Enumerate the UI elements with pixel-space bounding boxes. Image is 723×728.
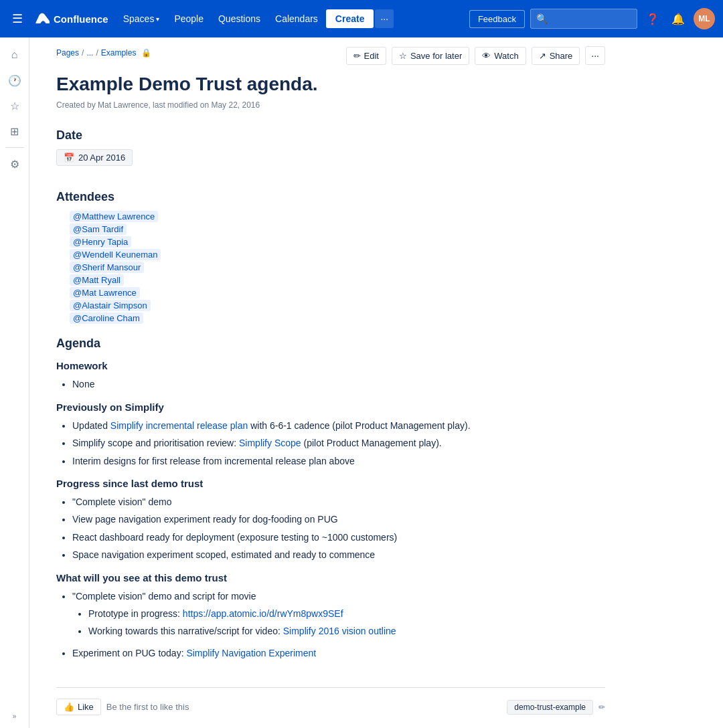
breadcrumb-ellipsis[interactable]: ... <box>86 48 93 58</box>
attendee-matt-ryall[interactable]: @Matt Ryall <box>70 274 124 286</box>
tag-label: demo-trust-example <box>507 700 593 715</box>
confluence-logo[interactable]: Confluence <box>29 11 114 26</box>
home-icon[interactable]: ⌂ <box>3 43 27 67</box>
attendee-mat-lawrence[interactable]: @Mat Lawrence <box>70 287 140 298</box>
search-bar[interactable]: 🔍 <box>530 9 637 29</box>
top-nav-links: Spaces People Questions Calendars Create… <box>116 9 467 28</box>
prototype-link[interactable]: https://app.atomic.io/d/rwYm8pwx9SEf <box>183 608 343 619</box>
questions-nav-item[interactable]: Questions <box>212 9 267 28</box>
settings-icon[interactable]: ⚙ <box>3 152 27 176</box>
what-sublist: Prototype in progress: https://app.atomi… <box>72 606 605 639</box>
notifications-icon[interactable]: 🔔 <box>668 9 688 29</box>
spaces-nav-item[interactable]: Spaces <box>116 9 167 28</box>
list-item: Interim designs for first release from i… <box>72 454 605 468</box>
previously-item1-after: with 6-6-1 cadence (pilot Product Manage… <box>248 420 470 431</box>
list-item: "Complete vision" demo and script for mo… <box>72 589 605 639</box>
list-item: @Caroline Cham <box>70 312 605 323</box>
list-item: @Alastair Simpson <box>70 300 605 310</box>
more-nav-button[interactable]: ··· <box>375 9 394 28</box>
page-footer: 👍 Like Be the first to like this demo-tr… <box>56 687 605 715</box>
breadcrumb-current[interactable]: Examples <box>101 48 137 58</box>
help-icon[interactable]: ❓ <box>643 9 663 29</box>
create-button[interactable]: Create <box>326 9 374 28</box>
search-icon: 🔍 <box>536 13 548 24</box>
what-list: "Complete vision" demo and script for mo… <box>56 589 605 661</box>
tag-text: demo-trust-example <box>514 703 586 712</box>
star-icon: ☆ <box>399 51 407 61</box>
experiment-before: Experiment on PUG today: <box>72 648 186 658</box>
sidebar-collapse-icon[interactable]: » <box>10 710 19 723</box>
edit-label: Edit <box>364 51 379 61</box>
agenda-heading: Agenda <box>56 337 605 351</box>
edit-button[interactable]: ✏ Edit <box>346 47 386 65</box>
feedback-button[interactable]: Feedback <box>469 10 525 28</box>
page-actions: ✏ Edit ☆ Save for later 👁 Watch ↗ Share … <box>346 46 605 65</box>
list-item: Prototype in progress: https://app.atomi… <box>88 606 605 621</box>
attendee-alastair-simpson[interactable]: @Alastair Simpson <box>70 300 151 311</box>
list-item: None <box>72 377 605 391</box>
previously-heading: Previously on Simplify <box>56 401 605 413</box>
list-item: @Matthew Lawrence <box>70 211 605 221</box>
what-heading: What will you see at this demo trust <box>56 572 605 583</box>
simplify-scope-link[interactable]: Simplify Scope <box>239 438 301 448</box>
like-button[interactable]: 👍 Like <box>56 699 101 715</box>
attendee-matthew-lawrence[interactable]: @Matthew Lawrence <box>70 211 158 222</box>
top-navigation: ☰ Confluence Spaces People Questions Cal… <box>0 0 723 37</box>
list-item: @Sherif Mansour <box>70 262 605 272</box>
hamburger-menu-icon[interactable]: ☰ <box>8 7 27 30</box>
topnav-right-section: Feedback 🔍 ❓ 🔔 ML <box>469 8 715 29</box>
user-avatar[interactable]: ML <box>694 8 715 29</box>
progress-heading: Progress since last demo trust <box>56 478 605 489</box>
confluence-logo-text: Confluence <box>54 13 108 25</box>
calendar-icon: 📅 <box>64 153 74 163</box>
share-button[interactable]: ↗ Share <box>532 47 580 65</box>
list-item: "Complete vision" demo <box>72 494 605 509</box>
breadcrumb-sep2: / <box>96 48 98 58</box>
more-actions-button[interactable]: ··· <box>585 46 605 65</box>
previously-item2-after: (pilot Product Management play). <box>301 438 442 448</box>
lock-icon: 🔒 <box>141 48 151 58</box>
vision-outline-link[interactable]: Simplify 2016 vision outline <box>283 626 396 636</box>
tag-edit-icon[interactable]: ✏ <box>598 703 605 712</box>
breadcrumb-pages[interactable]: Pages <box>56 48 79 58</box>
attendee-sherif-mansour[interactable]: @Sherif Mansour <box>70 262 144 273</box>
main-content: Pages / ... / Examples 🔒 ✏ Edit ☆ Save f… <box>29 37 632 728</box>
homework-list: None <box>56 377 605 391</box>
calendars-nav-item[interactable]: Calendars <box>268 9 325 28</box>
people-nav-item[interactable]: People <box>167 9 210 28</box>
sidebar-separator <box>5 147 24 148</box>
date-value: 20 Apr 2016 <box>78 153 125 163</box>
first-to-like-text: Be the first to like this <box>106 702 189 712</box>
recent-icon[interactable]: 🕐 <box>3 68 27 92</box>
simplify-incremental-link[interactable]: Simplify incremental release plan <box>110 420 248 431</box>
attendee-sam-tardif[interactable]: @Sam Tardif <box>70 223 127 235</box>
list-item: @Matt Ryall <box>70 274 605 285</box>
list-item: React dashboard ready for deployment (ex… <box>72 530 605 545</box>
page-title: Example Demo Trust agenda. <box>56 72 605 96</box>
page-meta: Created by Mat Lawrence, last modified o… <box>56 100 605 110</box>
share-label: Share <box>550 51 573 61</box>
templates-icon[interactable]: ⊞ <box>3 119 27 143</box>
like-section: 👍 Like Be the first to like this <box>56 699 189 715</box>
progress-list: "Complete vision" demo View page navigat… <box>56 494 605 563</box>
list-item: Space navigation experiment scoped, esti… <box>72 547 605 562</box>
save-for-later-button[interactable]: ☆ Save for later <box>392 47 469 65</box>
attendee-henry-tapia[interactable]: @Henry Tapia <box>70 236 131 248</box>
vision-before: Working towards this narrative/script fo… <box>88 626 283 636</box>
page-layout: ⌂ 🕐 ☆ ⊞ ⚙ » Pages / ... / Examples 🔒 ✏ E… <box>0 0 723 728</box>
list-item: @Wendell Keuneman <box>70 249 605 260</box>
list-item: Experiment on PUG today: Simplify Naviga… <box>72 646 605 660</box>
attendees-list: @Matthew Lawrence @Sam Tardif @Henry Tap… <box>70 211 605 323</box>
list-item: Working towards this narrative/script fo… <box>88 624 605 638</box>
simplify-nav-experiment-link[interactable]: Simplify Navigation Experiment <box>186 648 316 658</box>
list-item: @Sam Tardif <box>70 223 605 234</box>
date-heading: Date <box>56 128 605 143</box>
homework-heading: Homework <box>56 360 605 371</box>
left-sidebar: ⌂ 🕐 ☆ ⊞ ⚙ » <box>0 37 29 728</box>
attendee-caroline-cham[interactable]: @Caroline Cham <box>70 312 143 324</box>
starred-icon[interactable]: ☆ <box>3 94 27 118</box>
watch-button[interactable]: 👁 Watch <box>475 47 526 65</box>
attendee-wendell-keuneman[interactable]: @Wendell Keuneman <box>70 249 161 260</box>
previously-item2-before: Simplify scope and prioritisation review… <box>72 438 239 448</box>
save-for-later-label: Save for later <box>410 51 462 61</box>
